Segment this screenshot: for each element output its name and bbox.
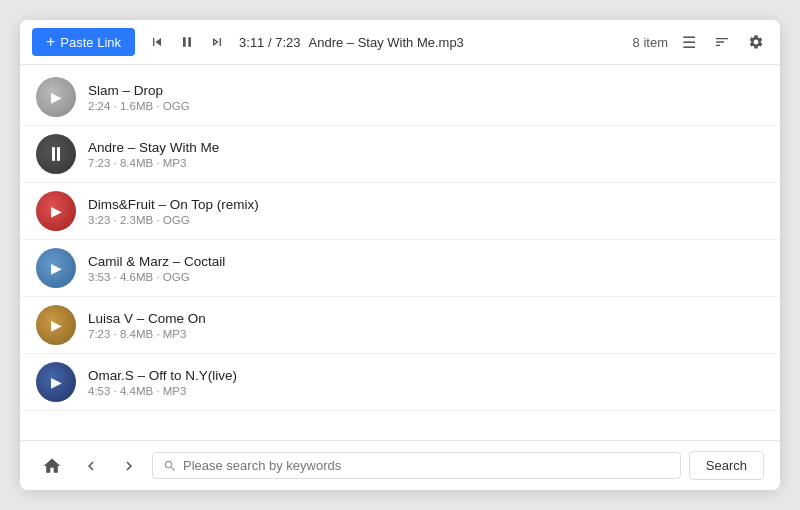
forward-button[interactable] bbox=[114, 455, 144, 477]
track-meta: 3:23 · 2.3MB · OGG bbox=[88, 214, 764, 226]
next-button[interactable] bbox=[205, 32, 229, 52]
bottom-bar: Search bbox=[20, 440, 780, 490]
forward-icon bbox=[120, 457, 138, 475]
track-list: ▶Slam – Drop2:24 · 1.6MB · OGGAndre – St… bbox=[20, 65, 780, 440]
settings-icon bbox=[748, 34, 764, 50]
search-button[interactable]: Search bbox=[689, 451, 764, 480]
pause-indicator bbox=[52, 147, 60, 161]
transport-controls bbox=[145, 32, 229, 52]
paste-link-button[interactable]: + Paste Link bbox=[32, 28, 135, 56]
settings-button[interactable] bbox=[744, 32, 768, 52]
track-info: Luisa V – Come On7:23 · 8.4MB · MP3 bbox=[88, 311, 764, 340]
track-item[interactable]: ▶Slam – Drop2:24 · 1.6MB · OGG bbox=[20, 69, 780, 126]
track-thumbnail: ▶ bbox=[36, 248, 76, 288]
track-item[interactable]: ▶Omar.S – Off to N.Y(live)4:53 · 4.4MB ·… bbox=[20, 354, 780, 411]
play-indicator: ▶ bbox=[51, 260, 62, 276]
back-icon bbox=[82, 457, 100, 475]
track-info: Slam – Drop2:24 · 1.6MB · OGG bbox=[88, 83, 764, 112]
track-item[interactable]: ▶Luisa V – Come On7:23 · 8.4MB · MP3 bbox=[20, 297, 780, 354]
track-thumbnail bbox=[36, 134, 76, 174]
pause-icon bbox=[179, 34, 195, 50]
track-item[interactable]: Andre – Stay With Me7:23 · 8.4MB · MP3 bbox=[20, 126, 780, 183]
track-thumbnail: ▶ bbox=[36, 77, 76, 117]
track-info: Omar.S – Off to N.Y(live)4:53 · 4.4MB · … bbox=[88, 368, 764, 397]
track-meta: 7:23 · 8.4MB · MP3 bbox=[88, 328, 764, 340]
plus-icon: + bbox=[46, 34, 55, 50]
track-meta: 4:53 · 4.4MB · MP3 bbox=[88, 385, 764, 397]
play-indicator: ▶ bbox=[51, 374, 62, 390]
back-button[interactable] bbox=[76, 455, 106, 477]
search-input[interactable] bbox=[183, 458, 670, 473]
toolbar: + Paste Link 3:11 / 7:23 Andre – Stay Wi… bbox=[20, 20, 780, 65]
track-info: Camil & Marz – Coctail3:53 · 4.6MB · OGG bbox=[88, 254, 764, 283]
playback-info: 3:11 / 7:23 Andre – Stay With Me.mp3 bbox=[239, 35, 464, 50]
track-meta: 3:53 · 4.6MB · OGG bbox=[88, 271, 764, 283]
track-info: Dims&Fruit – On Top (remix)3:23 · 2.3MB … bbox=[88, 197, 764, 226]
track-thumbnail: ▶ bbox=[36, 305, 76, 345]
track-name: Omar.S – Off to N.Y(live) bbox=[88, 368, 764, 383]
play-indicator: ▶ bbox=[51, 317, 62, 333]
track-name: Dims&Fruit – On Top (remix) bbox=[88, 197, 764, 212]
search-list-button[interactable]: ☰ bbox=[678, 31, 700, 54]
paste-link-label: Paste Link bbox=[60, 35, 121, 50]
item-count: 8 item bbox=[633, 35, 668, 50]
track-name: Camil & Marz – Coctail bbox=[88, 254, 764, 269]
current-track-title: Andre – Stay With Me.mp3 bbox=[309, 35, 464, 50]
track-item[interactable]: ▶Dims&Fruit – On Top (remix)3:23 · 2.3MB… bbox=[20, 183, 780, 240]
track-meta: 7:23 · 8.4MB · MP3 bbox=[88, 157, 764, 169]
time-display: 3:11 / 7:23 bbox=[239, 35, 300, 50]
prev-button[interactable] bbox=[145, 32, 169, 52]
track-item[interactable]: ▶Camil & Marz – Coctail3:53 · 4.6MB · OG… bbox=[20, 240, 780, 297]
track-name: Slam – Drop bbox=[88, 83, 764, 98]
track-meta: 2:24 · 1.6MB · OGG bbox=[88, 100, 764, 112]
prev-icon bbox=[149, 34, 165, 50]
sort-icon bbox=[714, 34, 730, 50]
track-info: Andre – Stay With Me7:23 · 8.4MB · MP3 bbox=[88, 140, 764, 169]
track-thumbnail: ▶ bbox=[36, 362, 76, 402]
app-window: + Paste Link 3:11 / 7:23 Andre – Stay Wi… bbox=[20, 20, 780, 490]
play-indicator: ▶ bbox=[51, 89, 62, 105]
track-name: Luisa V – Come On bbox=[88, 311, 764, 326]
sort-button[interactable] bbox=[710, 32, 734, 52]
track-thumbnail: ▶ bbox=[36, 191, 76, 231]
search-container bbox=[152, 452, 681, 479]
pause-button[interactable] bbox=[175, 32, 199, 52]
toolbar-right: 8 item ☰ bbox=[633, 31, 768, 54]
track-name: Andre – Stay With Me bbox=[88, 140, 764, 155]
play-indicator: ▶ bbox=[51, 203, 62, 219]
next-icon bbox=[209, 34, 225, 50]
home-icon bbox=[42, 456, 62, 476]
home-button[interactable] bbox=[36, 454, 68, 478]
search-icon bbox=[163, 459, 177, 473]
search-list-icon: ☰ bbox=[682, 33, 696, 52]
